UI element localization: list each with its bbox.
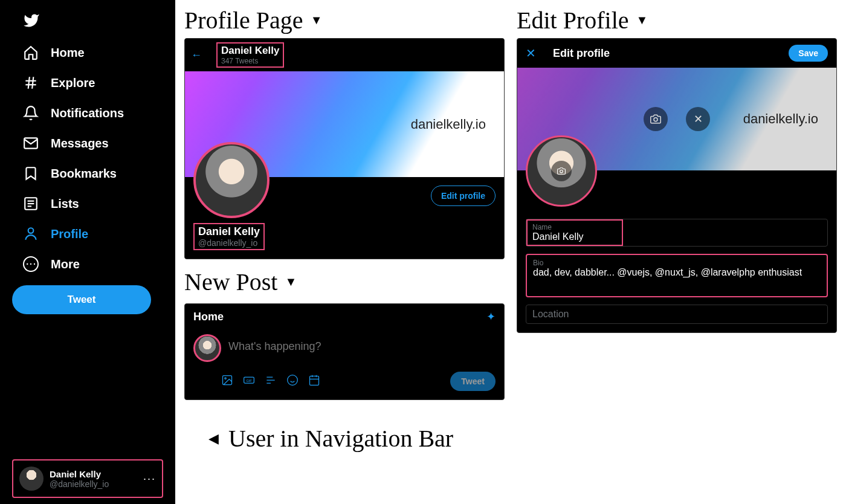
svg-line-2 [28,77,30,89]
emoji-icon[interactable] [286,374,299,389]
compose-card: Home ✦ GIF [184,303,505,400]
compose-avatar [193,334,221,362]
caret-left-icon: ◀ [208,431,219,447]
sidebar: Home Explore Notifications Messages Book… [0,0,175,504]
caret-down-icon: ▼ [311,13,323,27]
edit-profile-card: ✕ Edit profile Save danielkelly.io ✕ [517,38,837,333]
bio-field[interactable]: Bio [526,254,828,297]
nav-label: Messages [51,137,109,150]
compose-tweet-button[interactable]: Tweet [450,372,496,391]
edit-profile-title: Edit profile [553,47,610,60]
remove-banner-icon[interactable]: ✕ [686,107,710,131]
caption-user-nav: ◀ User in Navigation Bar [208,424,837,453]
bio-label: Bio [533,259,821,267]
profile-tweet-count: 347 Tweets [221,57,279,65]
nav-profile[interactable]: Profile [12,219,163,249]
nav-label: More [51,257,80,271]
svg-line-3 [32,77,33,89]
mail-icon [23,135,39,151]
nav-label: Profile [51,227,88,241]
home-icon [23,45,39,60]
image-icon[interactable] [221,374,233,389]
profile-card: ← Daniel Kelly 347 Tweets danielkelly.io… [184,38,505,259]
profile-header-name: Daniel Kelly [221,45,279,57]
profile-display-name: Daniel Kelly [198,225,260,238]
sidebar-username: Daniel Kelly [50,469,109,479]
bell-icon [23,105,39,121]
banner-text: danielkelly.io [411,117,486,132]
camera-icon[interactable] [551,161,572,181]
camera-icon[interactable] [644,107,668,131]
twitter-logo[interactable] [12,6,163,37]
nav-label: Bookmarks [51,167,117,181]
nav-explore[interactable]: Explore [12,68,163,98]
nav-home[interactable]: Home [12,37,163,68]
nav-messages[interactable]: Messages [12,128,163,158]
nav-label: Explore [51,76,95,90]
more-icon: ··· [23,256,39,272]
edit-avatar[interactable] [526,135,597,207]
section-edit-title: Edit Profile▼ [517,6,837,34]
location-input[interactable] [532,309,821,320]
nav-label: Lists [51,197,79,211]
compose-header: Home [193,311,224,323]
sparkle-icon[interactable]: ✦ [486,310,496,323]
svg-text:GIF: GIF [246,378,252,382]
banner-text: danielkelly.io [743,111,818,127]
gif-icon[interactable]: GIF [243,374,255,389]
profile-header-name-box: Daniel Kelly 347 Tweets [216,42,284,68]
save-button[interactable]: Save [789,45,828,62]
nav-more[interactable]: ···More [12,249,163,279]
nav-notifications[interactable]: Notifications [12,98,163,128]
edit-profile-button[interactable]: Edit profile [431,186,496,206]
list-icon [23,196,39,212]
close-icon[interactable]: ✕ [526,46,536,60]
caret-down-icon: ▼ [285,275,297,289]
nav-label: Notifications [51,106,124,120]
profile-handle: @danielkelly_io [198,238,260,248]
hash-icon [23,75,39,91]
sidebar-user-box[interactable]: Daniel Kelly @danielkelly_io ··· [12,459,163,498]
profile-name-handle-box: Daniel Kelly @danielkelly_io [193,223,265,250]
location-field[interactable] [526,305,828,324]
nav-label: Home [51,46,85,60]
sidebar-handle: @danielkelly_io [50,479,109,489]
svg-point-9 [28,228,34,233]
caret-down-icon: ▼ [636,13,648,27]
nav-lists[interactable]: Lists [12,189,163,219]
poll-icon[interactable] [265,374,277,389]
nav-bookmarks[interactable]: Bookmarks [12,158,163,189]
svg-point-24 [654,118,657,121]
name-input[interactable] [532,231,617,242]
more-dots-icon[interactable]: ··· [143,473,156,485]
profile-avatar[interactable] [193,142,270,218]
name-label: Name [532,223,617,231]
tweet-button[interactable]: Tweet [12,285,151,314]
compose-input[interactable] [228,334,496,359]
svg-point-11 [225,377,227,379]
svg-point-17 [288,375,298,385]
schedule-icon[interactable] [308,374,320,389]
svg-point-25 [560,170,563,173]
person-icon [23,226,39,242]
back-arrow-icon[interactable]: ← [191,49,202,62]
section-newpost-title: New Post▼ [184,268,505,296]
name-field-wrapper[interactable]: Name [526,219,828,247]
sidebar-avatar [19,467,44,491]
bookmark-icon [23,166,39,181]
section-profile-title: Profile Page▼ [184,6,505,34]
svg-rect-20 [310,376,319,385]
bio-input[interactable] [533,267,821,289]
